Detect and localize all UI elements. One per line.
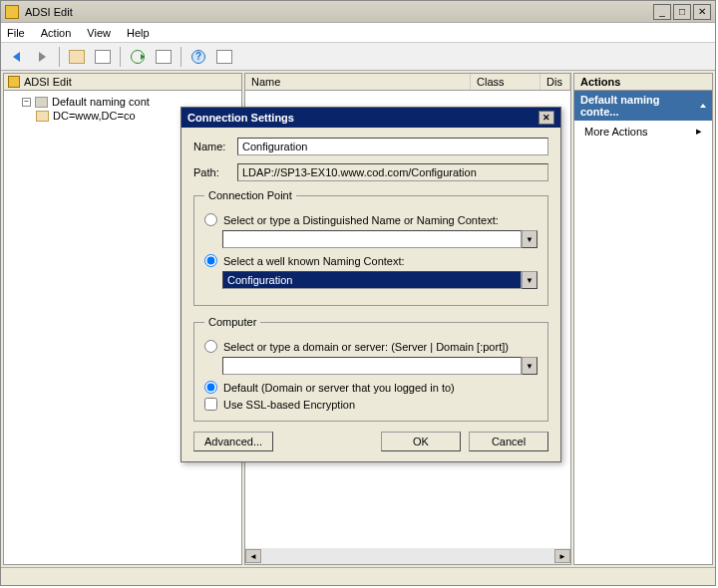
name-input[interactable] [237, 138, 548, 155]
properties-icon [216, 50, 232, 64]
ok-button[interactable]: OK [381, 432, 461, 451]
toolbar-separator [180, 47, 181, 67]
window-controls: _ □ ✕ [653, 4, 711, 20]
cp-radio-dn[interactable] [204, 213, 217, 226]
toolbar-separator [120, 47, 121, 67]
scroll-right-button[interactable]: ► [554, 549, 570, 563]
menu-view[interactable]: View [87, 27, 111, 39]
comp-server-input[interactable] [222, 357, 522, 375]
dialog-body: Name: Path: Connection Point Select or t… [181, 128, 560, 461]
list-hscrollbar[interactable]: ◄ ► [245, 548, 570, 564]
dialog-close-button[interactable]: ✕ [538, 111, 554, 125]
actions-pane: Actions Default naming conte... More Act… [573, 73, 713, 565]
pane-icon [95, 50, 111, 64]
show-hide-button[interactable] [92, 46, 114, 68]
cp-radio-wellknown-label: Select a well known Naming Context: [223, 255, 405, 267]
name-row: Name: [193, 138, 548, 155]
advanced-button[interactable]: Advanced... [193, 432, 273, 451]
properties-button[interactable] [213, 46, 235, 68]
main-window: ADSI Edit _ □ ✕ File Action View Help ? … [0, 0, 716, 586]
forward-button[interactable] [31, 46, 53, 68]
container-icon [35, 97, 48, 108]
folder-icon [36, 111, 49, 122]
list-header: Name Class Dis [245, 74, 570, 91]
menu-help[interactable]: Help [127, 27, 150, 39]
comp-server-combo[interactable]: ▼ [222, 357, 538, 375]
statusbar [1, 567, 715, 585]
cp-wellknown-value[interactable]: Configuration [222, 271, 522, 289]
dialog-titlebar: Connection Settings ✕ [181, 108, 560, 128]
expander-icon[interactable]: − [22, 98, 31, 107]
app-icon [5, 5, 19, 19]
cp-dn-input[interactable] [222, 230, 522, 248]
scroll-left-button[interactable]: ◄ [245, 549, 261, 563]
name-label: Name: [193, 141, 229, 152]
toolbar: ? [1, 43, 715, 71]
actions-section-label: Default naming conte... [580, 94, 700, 118]
arrow-right-icon [39, 52, 46, 62]
tree-node-label: DC=www,DC=co [53, 110, 136, 122]
menubar: File Action View Help [1, 23, 715, 43]
window-title: ADSI Edit [25, 6, 653, 18]
close-button[interactable]: ✕ [693, 4, 711, 20]
connection-point-group: Connection Point Select or type a Distin… [193, 189, 548, 306]
comp-radio-default[interactable] [204, 381, 217, 394]
menu-file[interactable]: File [7, 27, 25, 39]
comp-radio-select[interactable] [204, 340, 217, 353]
adsi-icon [8, 76, 20, 88]
cp-dn-dropdown-button[interactable]: ▼ [522, 230, 538, 248]
connection-point-legend: Connection Point [204, 189, 296, 201]
export-button[interactable] [153, 46, 175, 68]
cp-radio-wellknown-row: Select a well known Naming Context: [204, 254, 538, 267]
ssl-row: Use SSL-based Encryption [204, 398, 538, 411]
col-dn[interactable]: Dis [540, 74, 570, 90]
dialog-title: Connection Settings [187, 112, 294, 124]
maximize-button[interactable]: □ [673, 4, 691, 20]
tree-header-label: ADSI Edit [24, 76, 72, 88]
dialog-button-row: Advanced... OK Cancel [193, 432, 548, 451]
minimize-button[interactable]: _ [653, 4, 671, 20]
cp-radio-wellknown[interactable] [204, 254, 217, 267]
comp-radio-select-label: Select or type a domain or server: (Serv… [223, 341, 509, 353]
chevron-right-icon: ▸ [696, 125, 702, 138]
cancel-button[interactable]: Cancel [469, 432, 548, 451]
more-actions-label: More Actions [584, 126, 648, 138]
computer-group: Computer Select or type a domain or serv… [193, 316, 548, 422]
path-input [237, 163, 548, 181]
collapse-icon [700, 104, 706, 108]
tree-node-label: Default naming cont [52, 96, 150, 108]
cp-radio-dn-row: Select or type a Distinguished Name or N… [204, 213, 538, 226]
arrow-left-icon [13, 52, 20, 62]
up-button[interactable] [66, 46, 88, 68]
refresh-icon [131, 50, 145, 64]
tree-header: ADSI Edit [4, 74, 241, 91]
computer-legend: Computer [204, 316, 260, 328]
ssl-checkbox[interactable] [204, 398, 217, 411]
menu-action[interactable]: Action [41, 27, 72, 39]
export-icon [156, 50, 172, 64]
toolbar-separator [59, 47, 60, 67]
connection-settings-dialog: Connection Settings ✕ Name: Path: Connec… [180, 107, 561, 462]
col-name[interactable]: Name [245, 74, 471, 90]
cp-dn-combo[interactable]: ▼ [222, 230, 538, 248]
help-button[interactable]: ? [187, 46, 209, 68]
actions-header: Actions [574, 74, 712, 91]
cp-wellknown-dropdown-button[interactable]: ▼ [522, 271, 538, 289]
path-label: Path: [193, 166, 229, 178]
ssl-label: Use SSL-based Encryption [223, 399, 355, 411]
path-row: Path: [193, 163, 548, 181]
titlebar: ADSI Edit _ □ ✕ [1, 1, 715, 23]
actions-section-heading[interactable]: Default naming conte... [574, 91, 712, 121]
refresh-button[interactable] [127, 46, 149, 68]
more-actions-item[interactable]: More Actions ▸ [574, 121, 712, 142]
cp-wellknown-combo[interactable]: Configuration ▼ [222, 271, 538, 289]
comp-server-dropdown-button[interactable]: ▼ [522, 357, 538, 375]
cp-radio-dn-label: Select or type a Distinguished Name or N… [223, 214, 499, 226]
col-class[interactable]: Class [471, 74, 540, 90]
comp-radio-default-label: Default (Domain or server that you logge… [223, 382, 455, 394]
help-icon: ? [191, 50, 205, 64]
folder-up-icon [69, 50, 85, 64]
comp-radio-default-row: Default (Domain or server that you logge… [204, 381, 538, 394]
comp-radio-select-row: Select or type a domain or server: (Serv… [204, 340, 538, 353]
back-button[interactable] [5, 46, 27, 68]
